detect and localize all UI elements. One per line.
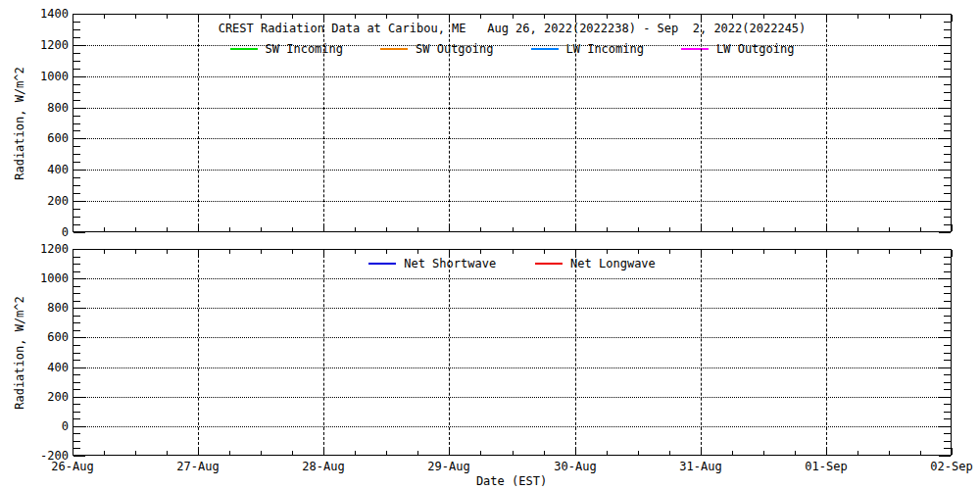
- y-tick-label: 400: [18, 361, 69, 374]
- x-tick: [952, 448, 953, 455]
- y-tick: [74, 316, 80, 317]
- x-minor-tick: [763, 15, 764, 19]
- x-minor-tick: [135, 227, 136, 231]
- x-minor-tick: [763, 451, 764, 455]
- y-tick: [944, 433, 951, 434]
- y-tick: [74, 382, 80, 383]
- x-axis-title: Date (EST): [476, 474, 547, 488]
- x-minor-tick: [261, 250, 262, 254]
- y-tick: [74, 441, 80, 442]
- vertical-gridline: [701, 15, 702, 231]
- x-minor-tick: [292, 15, 293, 19]
- x-minor-tick: [135, 15, 136, 19]
- x-minor-tick: [167, 451, 168, 455]
- y-tick: [74, 162, 80, 163]
- y-tick-label: 800: [18, 301, 69, 315]
- y-tick: [939, 249, 951, 250]
- y-tick: [74, 116, 80, 117]
- x-minor-tick: [607, 227, 608, 231]
- x-minor-tick: [638, 250, 639, 254]
- y-tick: [944, 100, 951, 101]
- x-minor-tick: [732, 250, 733, 254]
- y-tick: [939, 232, 951, 233]
- y-tick: [74, 217, 80, 218]
- y-tick: [944, 209, 951, 210]
- vertical-gridline: [449, 250, 450, 455]
- vertical-gridline: [826, 15, 827, 231]
- x-minor-tick: [417, 451, 418, 455]
- horizontal-gridline: [74, 368, 951, 368]
- y-tick: [944, 217, 951, 218]
- x-minor-tick: [669, 451, 670, 455]
- y-tick: [74, 418, 80, 419]
- x-minor-tick: [889, 15, 890, 19]
- y-tick: [74, 389, 80, 390]
- y-tick: [939, 456, 951, 457]
- vertical-gridline: [575, 250, 576, 455]
- y-tick-label: 800: [18, 101, 69, 115]
- x-minor-tick: [607, 15, 608, 19]
- x-minor-tick: [229, 451, 230, 455]
- legend-item: Net Longwave: [535, 257, 656, 270]
- y-tick: [944, 271, 951, 272]
- x-minor-tick: [104, 250, 105, 254]
- legend-item: Net Shortwave: [368, 257, 496, 270]
- x-minor-tick: [386, 451, 387, 455]
- x-minor-tick: [229, 250, 230, 254]
- horizontal-gridline: [74, 138, 951, 139]
- x-minor-tick: [544, 250, 545, 254]
- y-tick: [74, 257, 80, 258]
- y-tick: [944, 84, 951, 85]
- y-tick-label: 400: [18, 163, 69, 176]
- horizontal-gridline: [74, 45, 951, 46]
- y-tick: [74, 330, 80, 331]
- y-tick-label: 1200: [18, 242, 69, 256]
- legend-label: Net Shortwave: [404, 257, 496, 270]
- y-tick: [944, 301, 951, 302]
- y-tick: [74, 404, 80, 405]
- vertical-gridline: [198, 250, 199, 455]
- x-minor-tick: [135, 451, 136, 455]
- y-tick: [944, 146, 951, 147]
- y-tick: [944, 389, 951, 390]
- y-tick: [944, 353, 951, 354]
- y-tick: [74, 224, 80, 225]
- y-tick: [944, 441, 951, 442]
- bottom-chart-legend: Net ShortwaveNet Longwave: [73, 257, 952, 270]
- y-tick: [74, 69, 80, 70]
- legend-line-swatch: [531, 48, 559, 50]
- y-tick: [74, 412, 80, 413]
- bottom-chart-plot-frame: [73, 249, 952, 456]
- y-tick: [944, 374, 951, 375]
- x-minor-tick: [544, 15, 545, 19]
- y-tick: [944, 177, 951, 178]
- x-minor-tick: [795, 227, 796, 231]
- x-minor-tick: [261, 451, 262, 455]
- x-minor-tick: [513, 15, 514, 19]
- y-tick: [944, 412, 951, 413]
- legend-line-swatch: [535, 263, 563, 265]
- x-tick-label: 27-Aug: [176, 460, 219, 473]
- x-tick-label: 28-Aug: [302, 460, 344, 473]
- x-minor-tick: [607, 250, 608, 254]
- y-tick: [74, 193, 80, 194]
- horizontal-gridline: [74, 308, 951, 309]
- y-tick: [944, 322, 951, 323]
- x-tick-label: 02-Sep: [930, 460, 972, 473]
- y-tick: [74, 286, 80, 287]
- x-minor-tick: [669, 227, 670, 231]
- x-tick: [73, 15, 74, 22]
- legend-label: Net Longwave: [570, 257, 656, 270]
- x-minor-tick: [732, 15, 733, 19]
- y-tick: [944, 330, 951, 331]
- y-tick: [74, 293, 80, 294]
- y-tick: [74, 130, 80, 131]
- y-tick: [74, 61, 80, 62]
- y-tick: [74, 271, 80, 272]
- y-tick: [74, 177, 80, 178]
- x-minor-tick: [480, 451, 481, 455]
- y-tick: [74, 100, 80, 101]
- horizontal-gridline: [74, 108, 951, 109]
- vertical-gridline: [198, 15, 199, 231]
- y-tick: [944, 162, 951, 163]
